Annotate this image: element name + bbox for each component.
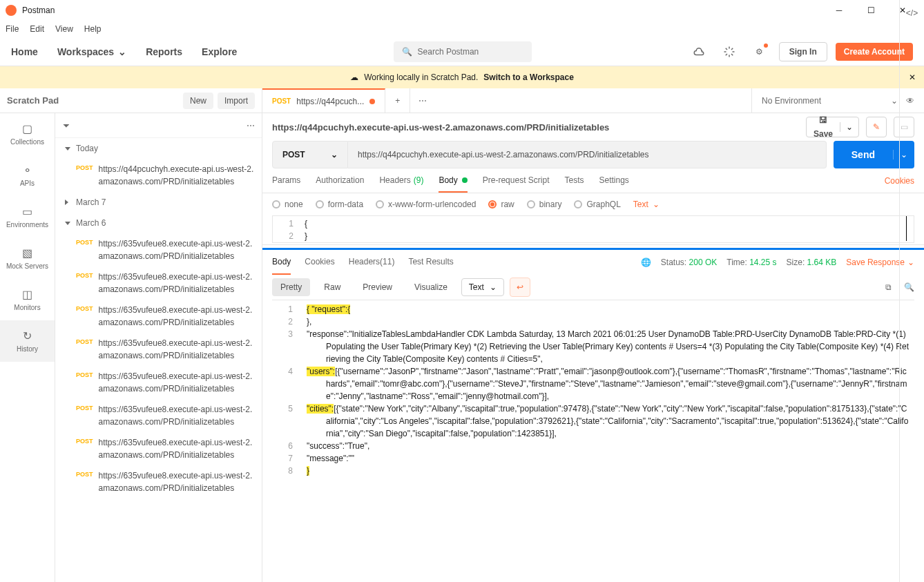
edit-icon[interactable]: ✎ [866, 117, 887, 137]
cloud-off-icon: ☁ [350, 72, 358, 82]
chevron-down-icon[interactable]: ⌄ [891, 96, 898, 106]
capture-icon[interactable] [718, 41, 740, 63]
search-input[interactable]: 🔍 Search Postman [394, 41, 532, 62]
menu-view[interactable]: View [55, 24, 73, 34]
method-selector[interactable]: POST⌄ [272, 141, 348, 168]
view-raw[interactable]: Raw [316, 278, 349, 296]
resp-tab-cookies[interactable]: Cookies [305, 250, 334, 275]
sidebar-apis[interactable]: ⚬APIs [0, 155, 55, 196]
nav-home[interactable]: Home [11, 46, 38, 57]
copy-icon[interactable]: ⧉ [885, 282, 892, 292]
history-item[interactable]: POSThttps://635vufeue8.execute-api.us-we… [55, 300, 262, 333]
menu-file[interactable]: File [6, 24, 19, 34]
history-item[interactable]: POSThttps://635vufeue8.execute-api.us-we… [55, 399, 262, 432]
more-icon[interactable]: ⋯ [247, 121, 255, 130]
request-tab[interactable]: POST https://q44pcuch... [262, 88, 385, 113]
history-item[interactable]: POSThttps://635vufeue8.execute-api.us-we… [55, 266, 262, 300]
method-badge: POST [76, 405, 93, 428]
apis-icon: ⚬ [23, 164, 32, 177]
request-title: https://q44pcuchyh.execute-api.us-west-2… [272, 122, 799, 133]
collections-icon: ▢ [22, 122, 32, 135]
method-badge: POST [76, 239, 93, 262]
history-group[interactable]: March 7 [55, 192, 262, 213]
method-badge: POST [76, 371, 93, 395]
method-badge: POST [76, 438, 93, 461]
sidebar-history[interactable]: ↻History [0, 320, 55, 362]
sidebar-collections[interactable]: ▢Collections [0, 113, 55, 155]
nav-workspaces[interactable]: Workspaces⌄ [57, 46, 126, 57]
signin-button[interactable]: Sign In [779, 42, 827, 61]
history-item[interactable]: POSThttps://635vufeue8.execute-api.us-we… [55, 233, 262, 266]
bodytype-raw[interactable]: raw [488, 200, 514, 209]
nav-explore[interactable]: Explore [202, 46, 237, 57]
new-button[interactable]: New [183, 93, 213, 109]
tab-params[interactable]: Params [272, 168, 300, 193]
nav-reports[interactable]: Reports [146, 46, 182, 57]
sidebar-environments[interactable]: ▭Environments [0, 196, 55, 237]
history-icon: ↻ [23, 329, 32, 342]
view-preview[interactable]: Preview [354, 278, 401, 296]
menu-edit[interactable]: Edit [30, 24, 44, 34]
unsaved-indicator-icon [369, 99, 375, 104]
resp-tab-headers[interactable]: Headers (11) [349, 250, 395, 275]
code-snippet-icon[interactable]: </> [899, 88, 924, 582]
cloud-sync-icon[interactable] [688, 41, 710, 63]
view-visualize[interactable]: Visualize [406, 278, 456, 296]
menu-help[interactable]: Help [84, 24, 102, 34]
url-input[interactable]: https://q44pcuchyh.execute-api.us-west-2… [348, 141, 827, 168]
maximize-button[interactable]: ☐ [855, 0, 887, 21]
time-label: Time: 14.25 s [726, 258, 776, 267]
history-group[interactable]: March 6 [55, 213, 262, 233]
filter-icon[interactable]: ⏷ [62, 121, 70, 130]
raw-type-selector[interactable]: Text ⌄ [633, 200, 660, 209]
environment-selector[interactable]: No Environment [762, 96, 883, 106]
view-type-selector[interactable]: Text ⌄ [461, 278, 504, 296]
tab-settings[interactable]: Settings [599, 168, 629, 193]
tab-prerequest[interactable]: Pre-request Script [483, 168, 550, 193]
splitter[interactable] [262, 244, 924, 250]
history-item[interactable]: POSThttps://635vufeue8.execute-api.us-we… [55, 333, 262, 366]
view-pretty[interactable]: Pretty [272, 278, 310, 296]
sidebar-monitors[interactable]: ◫Monitors [0, 279, 55, 320]
banner-link[interactable]: Switch to a Workspace [483, 72, 573, 82]
resp-tab-body[interactable]: Body [272, 250, 291, 275]
new-tab-button[interactable]: + [385, 88, 410, 113]
tab-tests[interactable]: Tests [564, 168, 584, 193]
tab-options-icon[interactable]: ⋯ [410, 88, 435, 113]
tab-headers[interactable]: Headers(9) [379, 168, 423, 193]
sidebar-mock-servers[interactable]: ▧Mock Servers [0, 237, 55, 279]
radio-icon [574, 200, 582, 208]
history-item[interactable]: POSThttps://q44pcuchyh.execute-api.us-we… [55, 159, 262, 192]
workspace-title: Scratch Pad [7, 95, 59, 106]
save-dropdown[interactable]: ⌄ [840, 122, 858, 132]
chevron-down-icon: ⌄ [118, 46, 126, 57]
menubar: File Edit View Help [0, 21, 924, 37]
resp-tab-tests[interactable]: Test Results [408, 250, 453, 275]
bodytype-x-www-form-urlencoded[interactable]: x-www-form-urlencoded [376, 200, 476, 209]
method-badge: POST [76, 471, 93, 494]
bodytype-none[interactable]: none [272, 200, 303, 209]
history-item[interactable]: POSThttps://635vufeue8.execute-api.us-we… [55, 366, 262, 399]
import-button[interactable]: Import [218, 93, 255, 109]
tab-method: POST [272, 97, 291, 105]
wrap-lines-icon[interactable]: ↩ [510, 278, 530, 297]
tab-body[interactable]: Body [439, 168, 467, 193]
response-body[interactable]: 12345678 { "request":{},"response":"Init… [272, 300, 914, 480]
minimize-button[interactable]: ─ [823, 0, 855, 21]
history-group[interactable]: Today [55, 138, 262, 159]
history-item[interactable]: POSThttps://635vufeue8.execute-api.us-we… [55, 465, 262, 498]
bodytype-GraphQL[interactable]: GraphQL [574, 200, 620, 209]
history-item[interactable]: POSThttps://635vufeue8.execute-api.us-we… [55, 432, 262, 465]
request-body-editor[interactable]: 12 {} [272, 215, 914, 243]
postman-logo-icon [6, 5, 17, 16]
bodytype-form-data[interactable]: form-data [316, 200, 363, 209]
tab-authorization[interactable]: Authorization [316, 168, 364, 193]
app-title: Postman [22, 6, 55, 15]
save-icon: 🖫 [819, 115, 827, 125]
settings-icon[interactable]: ⚙ [749, 41, 771, 63]
bodytype-binary[interactable]: binary [527, 200, 562, 209]
radio-icon [488, 200, 497, 208]
method-badge: POST [76, 164, 93, 188]
globe-icon[interactable]: 🌐 [641, 258, 651, 267]
save-button[interactable]: 🖫Save ⌄ [806, 117, 859, 137]
